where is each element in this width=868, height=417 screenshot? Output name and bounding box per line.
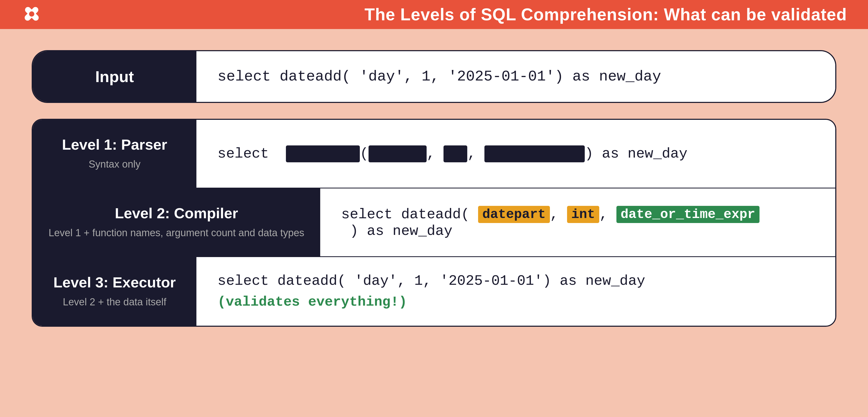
validates-text: (validates everything!): [218, 294, 407, 310]
level3-code-cell: select dateadd( 'day', 1, '2025-01-01') …: [196, 257, 835, 326]
input-label-cell: Input: [33, 51, 196, 102]
level1-title: Level 1: Parser: [62, 136, 167, 153]
main-content: Input select dateadd( 'day', 1, '2025-01…: [0, 29, 868, 348]
level1-row: Level 1: Parser Syntax only select ( , ,…: [33, 120, 835, 188]
header-title: The Levels of SQL Comprehension: What ca…: [42, 5, 847, 24]
level2-subtitle: Level 1 + function names, argument count…: [49, 226, 304, 240]
input-code-cell: select dateadd( 'day', 1, '2025-01-01') …: [196, 51, 835, 102]
tag-int: int: [567, 206, 599, 223]
level3-subtitle: Level 2 + the data itself: [63, 295, 166, 309]
level1-subtitle: Syntax only: [89, 157, 141, 171]
level3-code: select dateadd( 'day', 1, '2025-01-01') …: [218, 273, 645, 289]
level3-row: Level 3: Executor Level 2 + the data its…: [33, 257, 835, 326]
redacted-block-3: [443, 146, 467, 162]
level1-code-cell: select ( , , ) as new_day: [196, 120, 835, 188]
level1-label-cell: Level 1: Parser Syntax only: [33, 120, 196, 188]
level2-label-cell: Level 2: Compiler Level 1 + function nam…: [33, 188, 320, 256]
level2-row: Level 2: Compiler Level 1 + function nam…: [33, 188, 835, 257]
level2-code: select dateadd( datepart, int, date_or_t…: [341, 206, 814, 239]
redacted-block-2: [369, 146, 427, 162]
input-row: Input select dateadd( 'day', 1, '2025-01…: [32, 50, 836, 103]
level1-code: select ( , , ) as new_day: [218, 146, 687, 162]
tag-datepart: datepart: [478, 206, 550, 223]
level2-code-cell: select dateadd( datepart, int, date_or_t…: [320, 188, 835, 256]
levels-container: Level 1: Parser Syntax only select ( , ,…: [32, 119, 836, 327]
logo: [21, 3, 42, 26]
redacted-block-4: [485, 146, 585, 162]
input-code: select dateadd( 'day', 1, '2025-01-01') …: [218, 68, 661, 85]
redacted-block-1: [286, 146, 360, 162]
header: The Levels of SQL Comprehension: What ca…: [0, 0, 868, 29]
level3-title: Level 3: Executor: [53, 274, 176, 291]
tag-date-or-time-expr: date_or_time_expr: [616, 206, 760, 223]
logo-icon: [21, 3, 42, 25]
input-label: Input: [95, 68, 134, 86]
svg-point-3: [29, 11, 34, 17]
level2-title: Level 2: Compiler: [115, 204, 238, 222]
level3-label-cell: Level 3: Executor Level 2 + the data its…: [33, 257, 196, 326]
